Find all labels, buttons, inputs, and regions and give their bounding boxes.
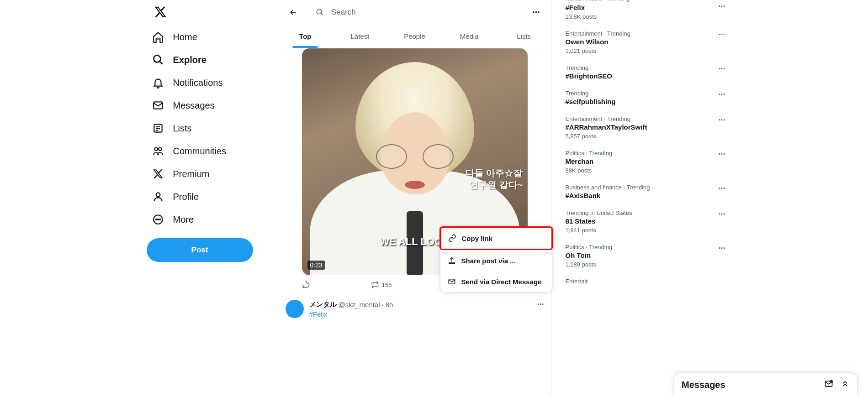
trend-more-button[interactable]: ··· (718, 115, 725, 125)
upload-icon (448, 256, 456, 265)
reply-button[interactable] (302, 281, 310, 289)
next-post[interactable]: メンタル @skz_mental · 8h ··· #Felix (278, 294, 551, 324)
nav-label-profile: Profile (173, 192, 199, 202)
messages-drawer[interactable]: Messages (674, 373, 857, 397)
trend-item[interactable]: Entertair (566, 273, 725, 283)
trend-more-button[interactable]: ··· (718, 184, 725, 193)
trend-topic: Owen Wilson (566, 38, 718, 46)
profile-icon (152, 191, 164, 203)
trend-posts: 5,857 posts (566, 133, 718, 140)
x-logo[interactable] (148, 0, 172, 26)
trend-category: Entertainment · Trending (566, 115, 718, 122)
share-via[interactable]: Share post via ... (440, 250, 552, 271)
share-menu: Copy link Share post via ... Send via Di… (440, 227, 552, 292)
nav-label-premium: Premium (173, 169, 210, 179)
trend-item[interactable]: Trending in United States 81 States 1,94… (566, 205, 725, 239)
x-icon (152, 168, 164, 180)
trend-posts: 1,021 posts (566, 47, 718, 54)
trend-item[interactable]: Entertainment · Trending Owen Wilson 1,0… (566, 26, 725, 60)
trend-more-button[interactable]: ··· (718, 64, 725, 74)
trend-category: Trending (566, 64, 718, 71)
trend-more-button[interactable]: ··· (718, 209, 725, 219)
nav-label-notifications: Notifications (173, 78, 223, 88)
post-author-name[interactable]: メンタル (309, 300, 337, 309)
sidebar-item-lists[interactable]: Lists (147, 117, 197, 140)
post-button[interactable]: Post (147, 238, 253, 262)
sidebar-item-home[interactable]: Home (147, 26, 203, 48)
tab-media[interactable]: Media (442, 24, 497, 48)
trend-posts: 1,189 posts (566, 261, 718, 268)
media-caption: 다들 아주☆잘 연구원 같다~ (466, 167, 523, 191)
trend-item[interactable]: Politics · Trending Oh Tom 1,189 posts ·… (566, 239, 725, 273)
new-message-icon[interactable] (824, 379, 833, 391)
expand-drawer-icon[interactable] (841, 379, 850, 391)
svg-point-9 (156, 193, 160, 197)
share-dm[interactable]: Send via Direct Message (440, 271, 552, 292)
envelope-icon (152, 99, 164, 111)
trend-item[interactable]: Business and finance · Trending #AxisBan… (566, 179, 725, 205)
search-icon (316, 8, 324, 17)
svg-point-0 (153, 55, 160, 62)
sidebar-item-notifications[interactable]: Notifications (147, 71, 228, 94)
svg-point-11 (155, 219, 156, 220)
search-more-button[interactable]: ··· (529, 5, 544, 20)
avatar[interactable] (286, 300, 304, 318)
back-button[interactable] (286, 5, 301, 20)
trend-item[interactable]: Politics · Trending Merchan 88K posts ··… (566, 145, 725, 179)
trend-more-button[interactable]: ··· (718, 244, 725, 253)
video-duration: 0:23 (307, 261, 325, 270)
bell-icon (152, 77, 164, 89)
trend-more-button[interactable]: ··· (718, 2, 725, 11)
svg-point-14 (317, 9, 322, 14)
trend-more-button[interactable]: ··· (718, 150, 725, 159)
post-more-button[interactable]: ··· (537, 300, 544, 309)
search-icon (152, 54, 164, 66)
dm-icon (448, 277, 456, 286)
trend-topic: #ARRahmanXTaylorSwift (566, 123, 718, 131)
tab-lists[interactable]: Lists (497, 24, 551, 48)
sidebar-item-more[interactable]: More (147, 208, 200, 231)
sidebar-item-premium[interactable]: Premium (147, 162, 215, 185)
link-icon (448, 234, 456, 242)
retweet-button[interactable]: 155 (371, 281, 392, 289)
tab-people[interactable]: People (387, 24, 442, 48)
caption-line-1: 다들 아주☆잘 (466, 167, 523, 179)
sidebar-item-profile[interactable]: Profile (147, 185, 205, 208)
svg-point-13 (159, 219, 160, 220)
sidebar-item-messages[interactable]: Messages (147, 94, 220, 117)
search-input[interactable] (331, 8, 514, 17)
post-hashtag[interactable]: #Felix (309, 310, 544, 318)
home-icon (152, 31, 164, 43)
trend-category: Entertair (566, 278, 718, 283)
trend-more-button[interactable]: ··· (718, 90, 725, 99)
trend-topic: #Felix (566, 4, 718, 11)
trend-topic: Merchan (566, 157, 718, 165)
trend-item[interactable]: Trending #selfpublishing ··· (566, 85, 725, 111)
nav-label-messages: Messages (173, 100, 215, 111)
share-copy-link[interactable]: Copy link (439, 226, 553, 250)
search-header: ··· (278, 0, 551, 24)
communities-icon (152, 145, 164, 157)
share-dm-label: Send via Direct Message (461, 278, 542, 286)
nav-label-home: Home (173, 32, 197, 42)
tab-latest[interactable]: Latest (333, 24, 387, 48)
trend-more-button[interactable]: ··· (718, 30, 725, 40)
trend-category: Trending in United States (566, 209, 718, 216)
trend-item[interactable]: Entertainment · Trending #ARRahmanXTaylo… (566, 111, 725, 145)
list-icon (152, 122, 164, 134)
sidebar-item-explore[interactable]: Explore (147, 48, 212, 71)
trend-posts: 1,941 posts (566, 227, 718, 234)
trend-item[interactable]: Korean music · Trending #Felix 13.8K pos… (566, 0, 725, 26)
sidebar-item-communities[interactable]: Communities (147, 140, 232, 162)
tab-top[interactable]: Top (278, 24, 333, 48)
share-via-label: Share post via ... (461, 257, 516, 265)
svg-line-1 (159, 61, 163, 64)
media-subtitle: WE ALL LOOK (380, 236, 450, 248)
sidebar-right: Korean music · Trending #Felix 13.8K pos… (566, 0, 725, 397)
sidebar-left: Home Explore Notifications Messages List… (143, 0, 269, 397)
trend-item[interactable]: Trending #BrightonSEO ··· (566, 60, 725, 85)
nav-label-more: More (173, 214, 194, 225)
nav-label-lists: Lists (173, 123, 192, 134)
post-author-handle[interactable]: @skz_mental (339, 301, 380, 308)
svg-rect-16 (449, 262, 455, 264)
